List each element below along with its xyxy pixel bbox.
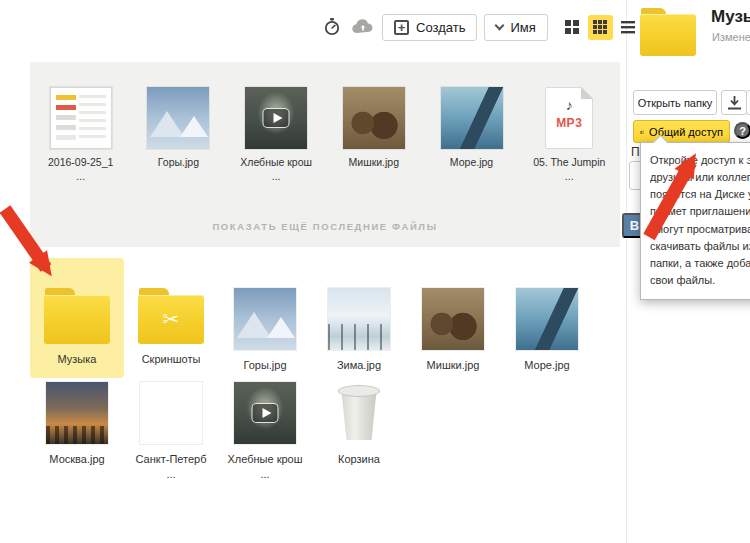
view-toggle-group — [560, 15, 641, 40]
recent-file-audio[interactable]: ♪ MP3 05. The Jumpin ... — [522, 87, 616, 183]
image-thumbnail — [422, 288, 484, 350]
file-name: Зима.jpg — [312, 358, 406, 372]
file-grid: Музыка ✂ Скриншоты Горы.jpg Зима.jpg Миш… — [30, 258, 596, 487]
toolbar: + Создать Имя — [320, 13, 641, 41]
mp3-badge: MP3 — [546, 116, 592, 130]
file-name: Санкт-Петерб ... — [124, 452, 218, 481]
page-fold-icon — [581, 87, 593, 99]
modified-label: Изменен — [712, 31, 750, 43]
grid-2x2-icon — [565, 20, 579, 34]
tooltip-line: появится на Диске у — [650, 186, 750, 203]
shared-access-tooltip: Откройте доступ к эт друзьям или коллега… — [640, 142, 750, 300]
file-grid-row-1: Музыка ✂ Скриншоты Горы.jpg Зима.jpg Миш… — [30, 258, 596, 378]
sort-dropdown-label: Имя — [510, 20, 535, 35]
file-name: Горы.jpg — [131, 156, 225, 170]
folder-screenshots[interactable]: ✂ Скриншоты — [124, 258, 218, 378]
chevron-down-icon — [495, 20, 505, 30]
people-icon — [640, 127, 644, 137]
trash-bin[interactable]: Корзина — [312, 378, 406, 487]
music-note-icon: ♪ — [546, 97, 592, 113]
video-thumbnail — [234, 382, 296, 444]
more-actions-button-partial[interactable] — [746, 90, 750, 115]
sync-cloud-icon[interactable] — [351, 15, 375, 39]
file-name: 2016-09-25_1 ... — [34, 156, 128, 183]
view-large-tiles-button[interactable] — [560, 15, 585, 40]
recent-file-screenshot[interactable]: 2016-09-25_1 ... — [34, 87, 128, 183]
recent-files-row: 2016-09-25_1 ... Горы.jpg Хлебные крош .… — [30, 62, 620, 183]
folder-icon: ✂ — [138, 288, 204, 344]
file-petersburg[interactable]: Санкт-Петерб ... — [124, 378, 218, 487]
image-thumbnail — [328, 288, 390, 350]
help-button[interactable]: ? — [734, 122, 750, 139]
open-folder-button[interactable]: Открыть папку — [633, 90, 717, 115]
tooltip-line: друзьям или коллега — [650, 169, 750, 186]
file-name: Мишки.jpg — [406, 358, 500, 372]
details-sidebar: Музыка Изменен Открыть папку Общий досту… — [626, 0, 750, 543]
recent-file-sea[interactable]: Море.jpg — [425, 87, 519, 183]
show-more-recent-files[interactable]: ПОКАЗАТЬ ЕЩЁ ПОСЛЕДНИЕ ФАЙЛЫ — [30, 221, 620, 232]
tooltip-line: скачивать файлы из — [650, 238, 750, 255]
folder-name: Скриншоты — [124, 352, 218, 366]
file-name: Море.jpg — [500, 358, 594, 372]
view-small-tiles-button[interactable] — [588, 15, 613, 40]
folder-name: Музыка — [30, 352, 124, 366]
file-bears[interactable]: Мишки.jpg — [406, 258, 500, 378]
shared-access-button[interactable]: Общий доступ — [633, 120, 730, 143]
video-thumbnail — [245, 87, 307, 149]
image-thumbnail — [516, 288, 578, 350]
image-thumbnail — [147, 87, 209, 149]
file-name: 05. The Jumpin ... — [522, 156, 616, 183]
trash-label: Корзина — [312, 452, 406, 466]
file-name: Горы.jpg — [218, 358, 312, 372]
selected-folder-preview-icon — [640, 8, 696, 56]
tooltip-line: Откройте доступ к эт — [650, 152, 750, 169]
grid-3x3-icon — [593, 20, 607, 34]
scissors-icon: ✂ — [163, 309, 180, 329]
file-winter[interactable]: Зима.jpg — [312, 258, 406, 378]
file-name: Море.jpg — [425, 156, 519, 170]
folder-icon — [44, 288, 110, 344]
create-button-label: Создать — [416, 20, 465, 35]
yandex-disk-window: + Создать Имя 2016-09-25_1 ... — [0, 0, 750, 543]
file-name: Москва.jpg — [30, 452, 124, 466]
download-button[interactable] — [721, 90, 747, 115]
play-icon — [252, 403, 279, 423]
play-icon — [263, 108, 290, 128]
file-sea[interactable]: Море.jpg — [500, 258, 594, 378]
tooltip-line: свои файлы. — [650, 272, 750, 289]
file-name: Мишки.jpg — [327, 156, 421, 170]
image-thumbnail — [234, 288, 296, 350]
recent-file-video[interactable]: Хлебные крош ... — [229, 87, 323, 183]
list-icon — [621, 20, 635, 34]
file-moscow[interactable]: Москва.jpg — [30, 378, 124, 487]
tooltip-line: папки, а также доба — [650, 255, 750, 272]
file-name: Хлебные крош ... — [218, 452, 312, 481]
recent-file-bears[interactable]: Мишки.jpg — [327, 87, 421, 183]
file-grid-row-2: Москва.jpg Санкт-Петерб ... Хлебные крош… — [30, 378, 596, 487]
create-button[interactable]: + Создать — [382, 14, 477, 41]
mp3-file-icon: ♪ MP3 — [545, 87, 593, 149]
folder-music-selected[interactable]: Музыка — [30, 258, 124, 378]
trash-icon — [328, 382, 390, 444]
file-mountains[interactable]: Горы.jpg — [218, 258, 312, 378]
screenshot-thumbnail — [50, 87, 112, 149]
image-thumbnail — [140, 382, 202, 444]
image-thumbnail — [343, 87, 405, 149]
plus-icon: + — [394, 20, 409, 35]
image-thumbnail — [441, 87, 503, 149]
download-icon — [728, 96, 741, 110]
sort-dropdown[interactable]: Имя — [484, 14, 547, 41]
tooltip-line: примет приглашени — [650, 203, 750, 220]
history-timer-icon[interactable] — [320, 15, 344, 39]
file-name: Хлебные крош ... — [229, 156, 323, 183]
image-thumbnail — [46, 382, 108, 444]
recent-file-mountains[interactable]: Горы.jpg — [131, 87, 225, 183]
recent-files-section: 2016-09-25_1 ... Горы.jpg Хлебные крош .… — [30, 62, 620, 247]
tooltip-line: смогут просматрива — [650, 221, 750, 238]
selected-folder-title: Музыка — [711, 7, 750, 27]
view-list-button[interactable] — [616, 15, 641, 40]
file-video[interactable]: Хлебные крош ... — [218, 378, 312, 487]
